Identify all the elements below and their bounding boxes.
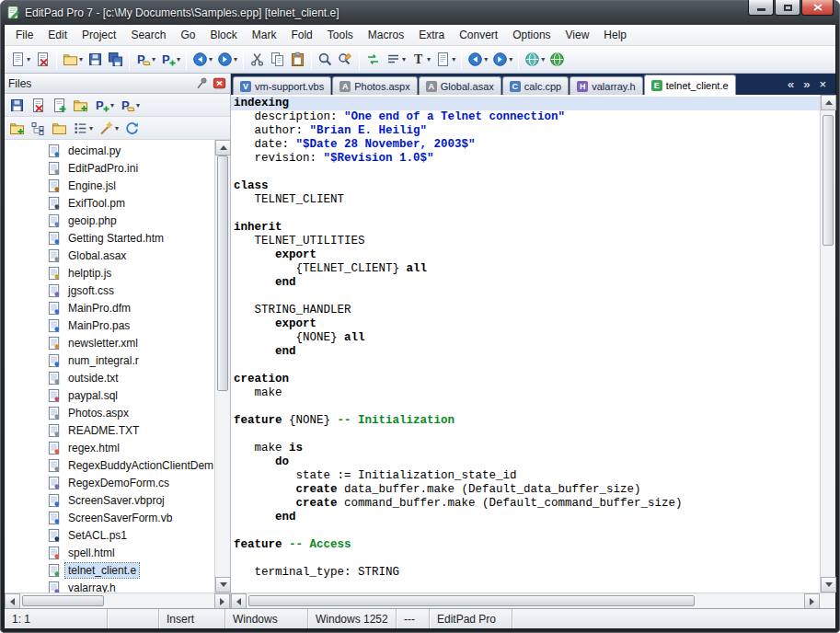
code-line-18[interactable]: {NONE} all	[234, 331, 820, 345]
open-browser-button[interactable]: ▾	[523, 49, 547, 71]
tree-item-Getting Started.htm[interactable]: Getting Started.htm	[5, 229, 214, 247]
scroll-up-button[interactable]	[821, 95, 836, 110]
tab-Global.asax[interactable]: AGlobal.asax	[419, 76, 501, 95]
panel-new-folder-button[interactable]	[7, 117, 27, 139]
scroll-thumb[interactable]	[248, 595, 695, 606]
tree-item-telnet_client.e[interactable]: telnet_client.e	[5, 561, 214, 579]
panel-file-tools-button[interactable]: ▾	[97, 117, 121, 139]
menu-go[interactable]: Go	[173, 26, 202, 44]
scroll-thumb[interactable]	[22, 595, 104, 606]
tab-vm-support.vbs[interactable]: Vvm-support.vbs	[233, 76, 331, 95]
code-view[interactable]: indexing description: "One end of a Teln…	[231, 95, 820, 593]
tree-item-Global.asax[interactable]: Global.asax	[5, 247, 214, 264]
search-replace-button[interactable]	[336, 49, 355, 71]
tab-telnet_client.e[interactable]: Etelnet_client.e	[644, 75, 736, 95]
tree-item-geoip.php[interactable]: geoip.php	[5, 212, 214, 229]
tree-item-paypal.sql[interactable]: paypal.sql	[5, 386, 214, 404]
code-line-10[interactable]: inherit	[234, 221, 820, 235]
menu-search[interactable]: Search	[123, 26, 173, 44]
code-line-24[interactable]: feature {NONE} -- Initialization	[234, 414, 820, 428]
code-line-2[interactable]: description: "One end of a Telnet connec…	[234, 110, 820, 124]
menu-options[interactable]: Options	[505, 26, 558, 44]
paste-button[interactable]	[288, 49, 307, 71]
code-line-33[interactable]: feature -- Access	[234, 538, 820, 552]
scroll-track[interactable]	[821, 110, 835, 577]
code-line-15[interactable]	[234, 290, 820, 304]
code-line-30[interactable]: create command_buffer.make (Default_comm…	[234, 497, 820, 511]
tree-item-Photos.aspx[interactable]: Photos.aspx	[5, 404, 214, 421]
tree-item-RegexDemoForm.cs[interactable]: RegexDemoForm.cs	[5, 474, 214, 491]
new-file-button[interactable]: ▾	[8, 49, 32, 71]
tree-item-spell.html[interactable]: spell.html	[5, 544, 214, 561]
code-line-16[interactable]: STRING_HANDLER	[234, 304, 820, 317]
files-vertical-scrollbar[interactable]	[214, 140, 230, 593]
editor-horizontal-scrollbar[interactable]	[231, 593, 835, 608]
code-line-20[interactable]	[234, 359, 820, 373]
tabs-scroll-left-button[interactable]: «	[788, 77, 794, 91]
scroll-thumb[interactable]	[823, 115, 834, 246]
scroll-down-button[interactable]	[215, 577, 231, 593]
close-button[interactable]	[801, 0, 834, 16]
save-all-button[interactable]	[106, 49, 125, 71]
titlebar[interactable]: EditPad Pro 7 - [c:\My Documents\Samples…	[4, 0, 836, 25]
panel-refresh-button[interactable]	[122, 117, 142, 139]
menu-view[interactable]: View	[558, 26, 597, 44]
minimize-button[interactable]	[748, 0, 774, 16]
code-line-19[interactable]: end	[234, 345, 820, 359]
go-forward-button[interactable]: ▾	[490, 49, 514, 71]
redo-button[interactable]: ▾	[215, 49, 239, 71]
code-line-5[interactable]: revision: "$Revision 1.0$"	[234, 152, 820, 166]
scroll-track[interactable]	[20, 593, 214, 608]
code-line-22[interactable]: make	[234, 386, 820, 400]
panel-save-button[interactable]	[7, 94, 27, 116]
scroll-up-button[interactable]	[215, 140, 231, 155]
code-line-27[interactable]: do	[234, 455, 820, 469]
panel-open-project-button[interactable]: P▾	[118, 94, 142, 116]
code-line-21[interactable]: creation	[234, 373, 820, 386]
open-file-button[interactable]: ▾	[61, 49, 85, 71]
tree-item-newsletter.xml[interactable]: newsletter.xml	[5, 334, 214, 351]
tabs-close-button[interactable]: ×	[819, 77, 826, 91]
tree-item-MainPro.pas[interactable]: MainPro.pas	[5, 316, 214, 334]
code-line-12[interactable]: export	[234, 248, 820, 262]
scroll-thumb[interactable]	[217, 155, 228, 391]
menu-help[interactable]: Help	[596, 26, 634, 44]
code-line-23[interactable]	[234, 400, 820, 414]
menu-edit[interactable]: Edit	[40, 26, 75, 44]
new-view-button[interactable]: ▾	[433, 49, 457, 71]
web-button[interactable]	[547, 49, 567, 71]
code-line-1[interactable]: indexing	[231, 97, 820, 110]
files-horizontal-scrollbar[interactable]	[5, 593, 230, 608]
layout-button[interactable]: ▾	[384, 49, 408, 71]
scroll-left-button[interactable]	[5, 593, 20, 609]
pin-icon[interactable]	[195, 76, 209, 90]
code-line-9[interactable]	[234, 207, 820, 221]
scroll-down-button[interactable]	[821, 577, 836, 593]
code-line-32[interactable]	[234, 524, 820, 538]
menu-file[interactable]: File	[8, 26, 40, 44]
tree-item-ScreenSaverForm.vb[interactable]: ScreenSaverForm.vb	[5, 509, 214, 526]
cut-button[interactable]	[247, 49, 267, 71]
menu-tools[interactable]: Tools	[320, 26, 361, 44]
code-line-25[interactable]	[234, 428, 820, 442]
panel-browse-folder-button[interactable]	[50, 117, 69, 139]
menu-fold[interactable]: Fold	[283, 26, 319, 44]
code-line-6[interactable]	[234, 166, 820, 179]
scroll-right-button[interactable]	[804, 593, 820, 609]
maximize-button[interactable]	[775, 0, 800, 16]
menu-mark[interactable]: Mark	[245, 26, 284, 44]
save-project-button[interactable]: P▾	[158, 49, 182, 71]
panel-new-project-button[interactable]: P▾	[92, 94, 116, 116]
code-line-31[interactable]: end	[234, 511, 820, 524]
code-line-17[interactable]: export	[234, 317, 820, 331]
tab-Photos.aspx[interactable]: APhotos.aspx	[332, 76, 418, 95]
tree-item-regex.html[interactable]: regex.html	[5, 439, 214, 456]
menu-convert[interactable]: Convert	[452, 26, 505, 44]
tree-item-jgsoft.css[interactable]: jgsoft.css	[5, 282, 214, 299]
panel-view-options-button[interactable]: ▾	[71, 117, 95, 139]
tab-valarray.h[interactable]: Hvalarray.h	[570, 76, 642, 95]
tree-item-ExifTool.pm[interactable]: ExifTool.pm	[5, 194, 214, 212]
code-line-13[interactable]: {TELNET_CLIENT} all	[234, 262, 820, 276]
go-back-button[interactable]: ▾	[466, 49, 489, 71]
tree-item-RegexBuddyActionClientDem[interactable]: RegexBuddyActionClientDem	[5, 456, 214, 474]
